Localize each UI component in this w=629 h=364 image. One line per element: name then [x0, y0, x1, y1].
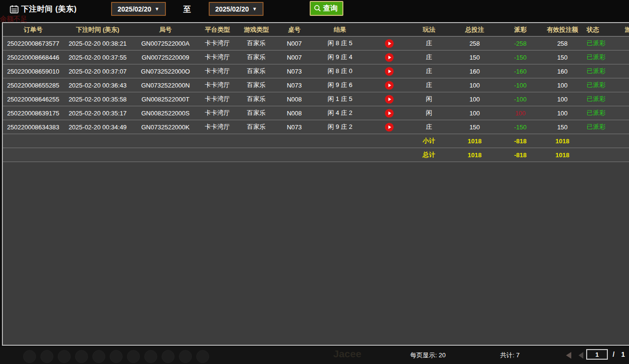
table-row: 2502200086590102025-02-20 00:37:07GN0732… — [3, 64, 629, 78]
page-number-input[interactable] — [586, 349, 608, 360]
cell-result: 闲 9 庄 6 — [312, 81, 368, 89]
cell-table: N008 — [277, 110, 312, 117]
cell-status: 已派彩 — [585, 81, 618, 89]
play-icon[interactable] — [368, 39, 410, 48]
cell-valid_bet: 1018 — [540, 138, 585, 145]
date-from-picker[interactable]: 2025/02/20 ▼ — [111, 2, 166, 16]
col-header-status: 状态 — [585, 25, 618, 34]
cell-platform: 卡卡湾厅 — [199, 53, 236, 62]
cell-platform: 卡卡湾厅 — [199, 95, 236, 103]
first-page-icon[interactable] — [566, 352, 571, 359]
prev-page-icon[interactable] — [579, 352, 583, 359]
cell-play — [368, 123, 410, 132]
cell-round: GN0082522000S — [132, 110, 199, 117]
cell-valid_bet: 160 — [540, 68, 585, 75]
table-row: 2502200086391752025-02-20 00:35:17GN0082… — [3, 106, 629, 120]
cell-status: 已派彩 — [585, 53, 618, 62]
play-icon[interactable] — [368, 109, 410, 118]
col-header-total_bet: 总投注 — [448, 25, 501, 34]
cell-game: 百家乐 — [236, 39, 277, 48]
date-range-to-label: 至 — [183, 5, 191, 15]
date-from-value: 2025/02/20 — [118, 5, 151, 13]
table-header-row: 订单号下注时间 (美东)局号平台类型游戏类型桌号结果玩法总投注派彩有效投注额状态… — [3, 23, 629, 37]
col-header-valid_bet: 有效投注额 — [540, 25, 585, 34]
cell-total_bet: 150 — [448, 124, 501, 131]
cell-play — [368, 95, 410, 104]
cell-payout: -100 — [501, 82, 540, 89]
total-count-label: 共计: 7 — [500, 351, 519, 360]
records-grid: 订单号下注时间 (美东)局号平台类型游戏类型桌号结果玩法总投注派彩有效投注额状态… — [3, 23, 629, 162]
cell-play — [368, 81, 410, 90]
top-toolbar: 下注时间 (美东) 2025/02/20 ▼ 至 2025/02/20 ▼ 查询 — [0, 0, 629, 22]
cell-order: 250220008634383 — [3, 124, 63, 131]
cell-game: 百家乐 — [236, 67, 277, 75]
cell-time: 2025-02-20 00:34:49 — [63, 124, 132, 131]
table-row: 2502200086684462025-02-20 00:37:55GN0072… — [3, 50, 629, 64]
cell-total_bet: 1018 — [448, 151, 501, 159]
table-row: 2502200086735772025-02-20 00:38:21GN0072… — [3, 37, 629, 50]
cell-valid_bet: 100 — [540, 110, 585, 117]
cell-total_bet: 100 — [448, 82, 501, 89]
cell-status: 已派彩 — [585, 39, 618, 48]
cell-payout: -100 — [501, 96, 540, 103]
search-icon — [314, 4, 322, 13]
cell-time: 2025-02-20 00:35:58 — [63, 96, 132, 103]
cell-order: 250220008639175 — [3, 110, 63, 117]
cell-order: 250220008673577 — [3, 40, 63, 47]
cell-valid_bet: 150 — [540, 124, 585, 131]
cell-result: 闲 4 庄 2 — [312, 109, 368, 117]
play-icon[interactable] — [368, 67, 410, 76]
cell-platform: 卡卡湾厅 — [199, 67, 236, 75]
cell-valid_bet: 150 — [540, 54, 585, 61]
records-table: 订单号下注时间 (美东)局号平台类型游戏类型桌号结果玩法总投注派彩有效投注额状态… — [2, 22, 629, 346]
cell-total_bet: 100 — [448, 110, 501, 117]
cell-table: N073 — [277, 124, 312, 131]
cell-method: 庄 — [410, 39, 448, 48]
cell-time: 2025-02-20 00:36:43 — [63, 82, 132, 89]
cell-platform: 卡卡湾厅 — [199, 123, 236, 131]
background-balance-text: 余额不足 — [0, 15, 27, 24]
cell-platform: 卡卡湾厅 — [199, 109, 236, 117]
cell-payout: -160 — [501, 68, 540, 75]
calendar-icon — [10, 5, 19, 14]
cell-payout: -818 — [501, 138, 540, 145]
date-to-picker[interactable]: 2025/02/20 ▼ — [209, 2, 264, 16]
per-page-label: 每页显示: 20 — [410, 351, 446, 360]
play-icon[interactable] — [368, 123, 410, 132]
cell-status: 已派彩 — [585, 95, 618, 103]
background-chip-icons — [23, 350, 209, 363]
table-row: 2502200086343832025-02-20 00:34:49GN0732… — [3, 120, 629, 134]
col-header-result: 结果 — [312, 25, 368, 34]
cell-order: 250220008655285 — [3, 82, 63, 89]
col-header-round: 局号 — [132, 25, 199, 34]
col-header-game: 游戏类型 — [236, 25, 277, 34]
query-button[interactable]: 查询 — [310, 1, 343, 16]
cell-status: 已派彩 — [585, 109, 618, 117]
cell-time: 2025-02-20 00:37:55 — [63, 54, 132, 61]
cell-play — [368, 39, 410, 48]
background-watermark: Jacee — [333, 348, 361, 360]
cell-table: N007 — [277, 54, 312, 61]
page-title: 下注时间 (美东) — [21, 4, 77, 14]
cell-time: 2025-02-20 00:38:21 — [63, 40, 132, 47]
cell-valid_bet: 100 — [540, 82, 585, 89]
cell-payout: -150 — [501, 54, 540, 61]
cell-play — [368, 109, 410, 118]
cell-round: GN0732522000N — [132, 82, 199, 89]
col-header-payout: 派彩 — [501, 25, 540, 34]
subtotal-row: 小计1018-8181018 — [3, 134, 629, 148]
cell-payout: -150 — [501, 124, 540, 131]
play-icon[interactable] — [368, 95, 410, 104]
cell-play — [368, 67, 410, 76]
cell-table: N008 — [277, 96, 312, 103]
col-header-method: 玩法 — [410, 25, 448, 34]
cell-round: GN0082522000T — [132, 96, 199, 103]
cell-total_bet: 100 — [448, 96, 501, 103]
cell-status: 已派彩 — [585, 67, 618, 75]
col-header-detail: 游戏 — [618, 25, 629, 34]
play-icon[interactable] — [368, 53, 410, 62]
cell-game: 百家乐 — [236, 123, 277, 131]
cell-method: 闲 — [410, 109, 448, 117]
play-icon[interactable] — [368, 81, 410, 90]
cell-result: 闲 8 庄 5 — [312, 39, 368, 48]
